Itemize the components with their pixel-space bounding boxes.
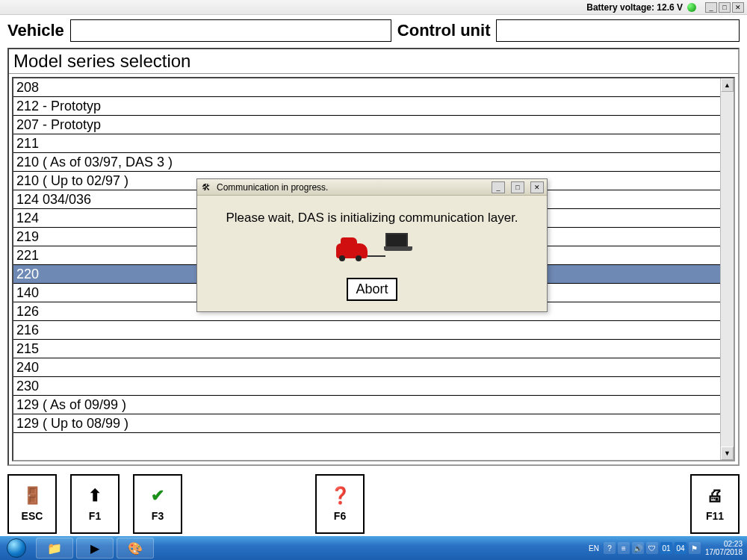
tray-volume-icon[interactable]: 🔊 — [632, 542, 644, 554]
cable-icon — [368, 255, 385, 257]
checkmark-icon: ✔ — [151, 486, 164, 505]
communication-dialog: 🛠 Communication in progress. _ □ ✕ Pleas… — [196, 178, 548, 312]
minimize-button[interactable]: _ — [705, 2, 717, 13]
model-row[interactable]: 208 — [13, 78, 720, 97]
fkey-label: F11 — [706, 510, 724, 522]
app-titlebar: Battery voltage: 12.6 V _ □ ✕ — [0, 0, 747, 15]
model-row[interactable]: 216 — [13, 321, 720, 340]
model-row[interactable]: 230 — [13, 377, 720, 396]
abort-button[interactable]: Abort — [347, 278, 397, 301]
fkey-label: F6 — [334, 510, 346, 522]
tray-icons: ? ≡ 🔊 🛡 01 04 ⚑ — [604, 542, 701, 554]
model-row[interactable]: 207 - Prototyp — [13, 116, 720, 134]
status-led-icon — [687, 3, 696, 12]
esc-button[interactable]: 🚪 ESC — [7, 474, 57, 534]
dialog-app-icon: 🛠 — [200, 181, 212, 193]
panel-title: Model series selection — [9, 49, 738, 74]
scroll-down-button[interactable]: ▼ — [721, 447, 734, 460]
tray-date: 17/07/2018 — [705, 548, 743, 556]
dialog-titlebar[interactable]: 🛠 Communication in progress. _ □ ✕ — [197, 179, 547, 196]
vertical-scrollbar[interactable]: ▲ ▼ — [720, 78, 734, 460]
taskbar-explorer-button[interactable]: 📁 — [36, 538, 73, 559]
f3-button[interactable]: ✔ F3 — [133, 474, 182, 534]
dialog-title: Communication in progress. — [217, 182, 328, 193]
help-icon: ❓ — [330, 486, 350, 505]
tray-flag-icon[interactable]: ⚑ — [689, 542, 701, 554]
taskbar-paint-button[interactable]: 🎨 — [117, 538, 154, 559]
up-arrow-icon: ⬆ — [88, 486, 102, 505]
tray-language-indicator[interactable]: EN — [589, 544, 599, 553]
laptop-icon — [385, 233, 408, 248]
dialog-maximize-button[interactable]: □ — [511, 181, 524, 193]
fkey-label: F1 — [89, 510, 101, 522]
tray-badge-1[interactable]: 01 — [660, 542, 672, 554]
function-key-bar: 🚪 ESC ⬆ F1 ✔ F3 ❓ F6 🖨 F11 — [7, 474, 740, 534]
system-tray: EN ? ≡ 🔊 🛡 01 04 ⚑ 02:23 17/07/2018 — [589, 540, 747, 556]
f11-button[interactable]: 🖨 F11 — [690, 474, 740, 534]
control-unit-label: Control unit — [397, 21, 491, 40]
maximize-button[interactable]: □ — [719, 2, 731, 13]
model-row[interactable]: 210 ( As of 03/97, DAS 3 ) — [13, 153, 720, 172]
model-row[interactable]: 212 - Prototyp — [13, 97, 720, 116]
tray-clock[interactable]: 02:23 17/07/2018 — [705, 540, 743, 556]
printer-icon: 🖨 — [707, 486, 723, 505]
tray-network-icon[interactable]: ≡ — [618, 542, 630, 554]
communication-graphic — [209, 243, 535, 258]
scroll-up-button[interactable]: ▲ — [721, 78, 734, 92]
tray-help-icon[interactable]: ? — [604, 542, 616, 554]
battery-voltage-label: Battery voltage: 12.6 V — [586, 2, 683, 13]
vehicle-input[interactable] — [70, 19, 391, 42]
car-icon — [336, 243, 368, 258]
tray-time: 02:23 — [705, 540, 743, 548]
model-row[interactable]: 129 ( Up to 08/99 ) — [13, 414, 720, 433]
header-row: Vehicle Control unit — [0, 15, 747, 45]
dialog-message: Please wait, DAS is initializing communi… — [209, 211, 535, 225]
start-button[interactable] — [0, 536, 33, 560]
model-row[interactable]: 215 — [13, 340, 720, 358]
taskbar-media-button[interactable]: ▶ — [76, 538, 114, 559]
f1-button[interactable]: ⬆ F1 — [70, 474, 120, 534]
tray-badge-2[interactable]: 04 — [675, 542, 686, 554]
tray-shield-icon[interactable]: 🛡 — [646, 542, 658, 554]
f6-button[interactable]: ❓ F6 — [315, 474, 365, 534]
fkey-label: ESC — [22, 510, 43, 522]
dialog-minimize-button[interactable]: _ — [492, 181, 505, 193]
fkey-label: F3 — [152, 510, 164, 522]
close-button[interactable]: ✕ — [732, 2, 744, 13]
model-row[interactable]: 240 — [13, 358, 720, 377]
exit-icon: 🚪 — [22, 486, 43, 505]
model-row[interactable]: 211 — [13, 134, 720, 153]
windows-taskbar: 📁 ▶ 🎨 EN ? ≡ 🔊 🛡 01 04 ⚑ 02:23 17/07/201… — [0, 536, 747, 560]
dialog-close-button[interactable]: ✕ — [530, 181, 544, 193]
vehicle-label: Vehicle — [7, 21, 64, 40]
model-row[interactable]: 129 ( As of 09/99 ) — [13, 396, 720, 414]
windows-orb-icon — [7, 538, 26, 558]
control-unit-input[interactable] — [496, 19, 740, 42]
